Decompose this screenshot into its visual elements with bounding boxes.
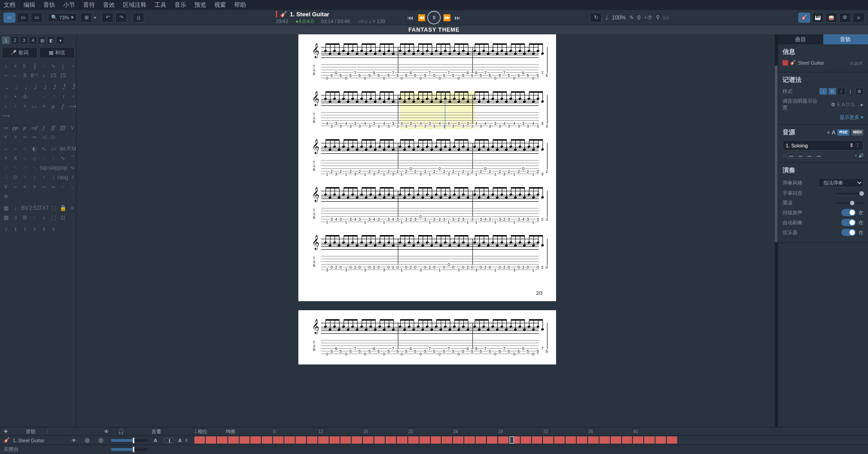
menu-文档[interactable]: 文档: [4, 1, 15, 9]
palette-item[interactable]: X: [11, 154, 19, 162]
bar-clip[interactable]: [453, 436, 464, 444]
redo-btn[interactable]: ↷: [115, 13, 127, 23]
bar-clip[interactable]: [611, 436, 622, 444]
palette-item[interactable]: ♪: [40, 213, 48, 222]
playback-cursor[interactable]: [509, 436, 514, 444]
show-more-link[interactable]: 显示更多 ▾: [783, 114, 863, 121]
palette-item[interactable]: pop: [59, 164, 67, 172]
fx-panel-btn[interactable]: ⚙: [839, 13, 851, 23]
palette-item[interactable]: ∿: [49, 62, 57, 70]
palette-item[interactable]: TXT: [40, 204, 48, 212]
palette-item[interactable]: 𝆐: [2, 123, 10, 132]
bar-clip[interactable]: [420, 436, 430, 444]
palette-item[interactable]: ♯: [11, 62, 19, 70]
palette-item[interactable]: ⟋: [21, 164, 29, 172]
view-vert-btn[interactable]: ▭: [31, 13, 42, 23]
bar-clip[interactable]: [318, 436, 329, 444]
play-pause-btn[interactable]: ⏸: [427, 11, 441, 24]
palette-item[interactable]: 𝄽: [59, 93, 67, 101]
palette-item[interactable]: 🔒: [59, 204, 67, 212]
mute-icon[interactable]: ⬤: [98, 437, 104, 443]
palette-item[interactable]: [68, 133, 76, 141]
layout-btn[interactable]: ⊞: [80, 13, 92, 23]
transpose-icon[interactable]: ✎: [629, 14, 634, 21]
voice-tab-3[interactable]: 3: [20, 36, 28, 44]
menu-视窗[interactable]: 视窗: [214, 1, 226, 9]
palette-item[interactable]: ♪♪: [49, 145, 57, 153]
palette-item[interactable]: ⟍: [49, 154, 57, 162]
palette-item[interactable]: 𝆏𝆏: [11, 123, 19, 132]
palette-item[interactable]: 𝆑: [40, 123, 48, 132]
palette-item[interactable]: 𝄆: [21, 62, 29, 70]
visibility-icon[interactable]: 👁: [71, 438, 76, 443]
palette-item[interactable]: 𝆑𝆑: [49, 123, 57, 132]
palette-item[interactable]: ⌐: [11, 183, 19, 191]
palette-item[interactable]: ♭: [40, 71, 48, 80]
bar-clip[interactable]: [307, 436, 318, 444]
palette-item[interactable]: slap: [49, 164, 57, 172]
bar-clip[interactable]: [521, 436, 532, 444]
auto-brush-toggle[interactable]: [841, 219, 856, 226]
palette-item[interactable]: ⟋: [40, 154, 48, 162]
pan-knob[interactable]: [164, 438, 175, 443]
bar-clip[interactable]: [228, 436, 239, 444]
skip-end-btn[interactable]: ⏭: [453, 13, 462, 23]
solo-icon[interactable]: ⬤: [85, 437, 90, 443]
palette-item[interactable]: ⫴: [21, 225, 29, 233]
palette-item[interactable]: ⟿: [68, 102, 76, 110]
fx-slot[interactable]: ▬: [797, 152, 804, 159]
bar-clip[interactable]: [667, 436, 678, 444]
menu-小节[interactable]: 小节: [63, 1, 75, 9]
palette-item[interactable]: 8ᵛᵃ: [30, 71, 38, 80]
palette-item[interactable]: ⬚: [49, 204, 57, 212]
palette-item[interactable]: ↑: [40, 173, 48, 181]
palette-item[interactable]: 𝄽: [68, 62, 76, 70]
palette-item[interactable]: ⟋: [40, 62, 48, 70]
palette-item[interactable]: ⊡: [59, 213, 67, 222]
palette-item[interactable]: ═: [49, 183, 57, 191]
palette-item[interactable]: <: [21, 183, 29, 191]
palette-item[interactable]: rasg: [59, 173, 67, 181]
menu-工具[interactable]: 工具: [155, 1, 166, 9]
palette-item[interactable]: ⬚: [49, 213, 57, 222]
tab-score[interactable]: 曲目: [778, 34, 823, 44]
menu-预览[interactable]: 预览: [194, 1, 206, 9]
voice-tab-1[interactable]: 1: [2, 36, 10, 44]
palette-item[interactable]: ⊙: [11, 173, 19, 181]
palette-item[interactable]: ◇: [30, 154, 38, 162]
palette-item[interactable]: 𝅗𝅥: [11, 83, 19, 91]
bar-clip[interactable]: [476, 436, 486, 444]
palette-item[interactable]: ×: [40, 102, 48, 110]
fx-slot[interactable]: ▬: [815, 152, 822, 159]
fx-icon[interactable]: ⬡: [783, 153, 786, 158]
palette-item[interactable]: ○: [21, 145, 29, 153]
palette-item[interactable]: 𝆐𝆑: [30, 123, 38, 132]
palette-item[interactable]: >: [30, 183, 38, 191]
palette-item[interactable]: -3-: [21, 93, 29, 101]
palette-item[interactable]: 15: [59, 71, 67, 80]
palette-item[interactable]: ═: [40, 183, 48, 191]
bar-clip[interactable]: [250, 436, 261, 444]
palette-item[interactable]: ⫵: [40, 225, 48, 233]
palette-item[interactable]: |: [59, 62, 67, 70]
palm-mute-slider[interactable]: [836, 193, 863, 194]
chevron-right-icon[interactable]: ▸: [861, 102, 863, 108]
bar-clip[interactable]: [622, 436, 633, 444]
visibility-icon[interactable]: 👁: [104, 429, 109, 434]
palette-item[interactable]: ··: [40, 93, 48, 101]
palette-item[interactable]: [68, 213, 76, 222]
palette-item[interactable]: ⫵: [11, 225, 19, 233]
view-page-btn[interactable]: ▭: [4, 13, 15, 23]
palette-item[interactable]: ♮: [11, 102, 19, 110]
palette-item[interactable]: 𝆑: [59, 102, 67, 110]
menu-编辑[interactable]: 编辑: [24, 1, 35, 9]
tab-track[interactable]: 音轨: [823, 34, 868, 44]
palette-item[interactable]: 𝅘𝅥𝅲: [68, 83, 76, 91]
palette-item[interactable]: ≋: [2, 192, 10, 200]
headphone-icon[interactable]: 🎧: [118, 429, 124, 435]
bar-clip[interactable]: [240, 436, 250, 444]
palette-item[interactable]: 𝅘𝅥𝅮: [30, 83, 38, 91]
metronome-icon[interactable]: ⏱: [647, 15, 652, 20]
palette-item[interactable]: ⟋: [59, 183, 67, 191]
bar-clip[interactable]: [206, 436, 217, 444]
